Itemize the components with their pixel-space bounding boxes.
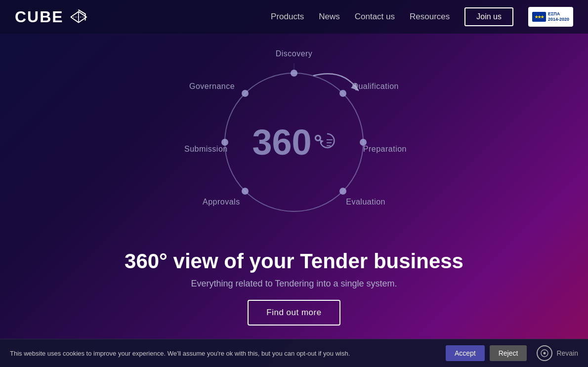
espa-text: ΕΣΠΑ 2014-2020 bbox=[548, 11, 569, 22]
nav-contact[interactable]: Contact us bbox=[355, 12, 395, 22]
center-360-display: 360 ° bbox=[252, 122, 336, 163]
nav-links: Products News Contact us Resources Join … bbox=[271, 7, 573, 27]
cookie-banner: This website uses cookies to improve you… bbox=[0, 339, 588, 367]
hero-section: Discovery Qualification Preparation Eval… bbox=[0, 34, 588, 326]
espa-badge: ★★★ ΕΣΠΑ 2014-2020 bbox=[528, 7, 573, 27]
cookie-actions: Accept Reject bbox=[446, 345, 527, 361]
label-discovery: Discovery bbox=[276, 49, 313, 58]
nav-resources[interactable]: Resources bbox=[410, 12, 450, 22]
hero-subtitle: Everything related to Tendering into a s… bbox=[191, 279, 397, 289]
find-out-more-button[interactable]: Find out more bbox=[248, 300, 340, 326]
revain-icon bbox=[537, 345, 552, 361]
eu-flag-icon: ★★★ bbox=[532, 12, 546, 22]
svg-point-5 bbox=[339, 188, 346, 195]
label-submission: Submission bbox=[184, 145, 228, 154]
logo[interactable]: CUBE bbox=[15, 8, 88, 26]
svg-point-16 bbox=[544, 352, 546, 355]
label-governance: Governance bbox=[189, 82, 235, 91]
navbar: CUBE Products News Contact us Resources … bbox=[0, 0, 588, 34]
revain-label: Revain bbox=[556, 349, 578, 357]
svg-point-2 bbox=[291, 70, 297, 77]
label-approvals: Approvals bbox=[203, 198, 240, 206]
logo-text: CUBE bbox=[15, 8, 64, 26]
circle-diagram: Discovery Qualification Preparation Eval… bbox=[175, 39, 413, 246]
label-preparation: Preparation bbox=[363, 145, 407, 154]
nav-products[interactable]: Products bbox=[271, 12, 304, 22]
svg-point-3 bbox=[339, 90, 346, 97]
nav-news[interactable]: News bbox=[319, 12, 340, 22]
label-qualification: Qualification bbox=[352, 82, 399, 91]
hero-title: 360° view of your Tender business bbox=[125, 250, 463, 273]
accept-cookies-button[interactable]: Accept bbox=[446, 345, 485, 361]
svg-point-6 bbox=[242, 188, 249, 195]
join-us-button[interactable]: Join us bbox=[464, 7, 513, 26]
label-evaluation: Evaluation bbox=[346, 198, 385, 206]
reject-cookies-button[interactable]: Reject bbox=[490, 345, 527, 361]
cube-logo-icon bbox=[69, 8, 88, 26]
cookie-message: This website uses cookies to improve you… bbox=[10, 350, 436, 357]
svg-point-8 bbox=[242, 90, 249, 97]
360-number: 360 bbox=[252, 122, 311, 163]
refresh-360-icon: ° bbox=[314, 129, 336, 156]
revain-badge: Revain bbox=[537, 345, 578, 361]
